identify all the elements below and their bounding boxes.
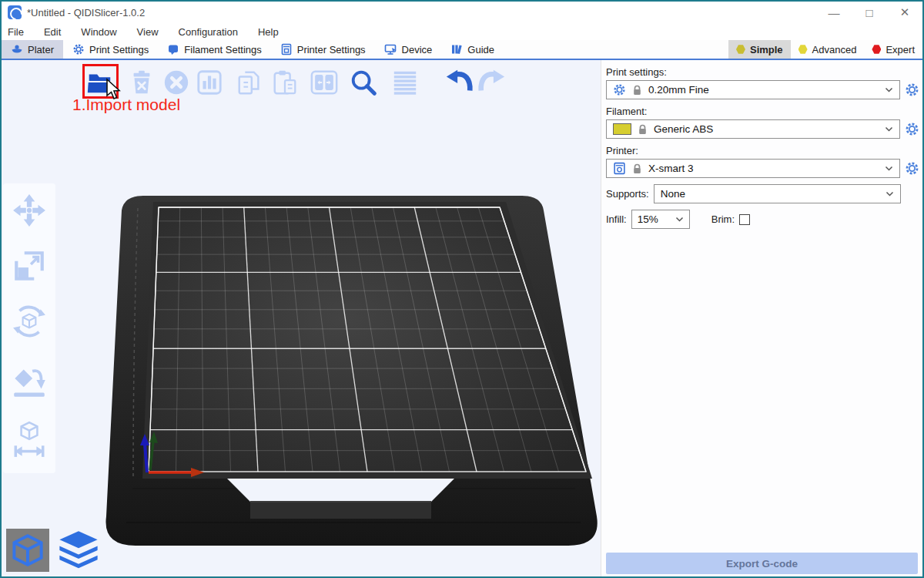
move-button[interactable]	[12, 193, 47, 231]
gear-icon	[72, 43, 85, 55]
search-icon	[349, 67, 378, 98]
print-settings-value: 0.20mm Fine	[648, 84, 709, 96]
menu-view[interactable]: View	[137, 26, 159, 38]
tab-label: Filament Settings	[184, 44, 261, 55]
view-mode-switcher	[6, 529, 100, 572]
variable-layer-height-button[interactable]	[390, 68, 420, 97]
paste-icon	[271, 69, 299, 96]
place-on-face-button[interactable]	[12, 359, 47, 404]
infill-dropdown[interactable]: 15%	[631, 210, 690, 229]
scale-icon	[12, 248, 47, 284]
preview-layers-icon	[57, 530, 100, 570]
title-bar: *Untitled - QIDISlicer-1.0.2 — □ ✕	[2, 2, 922, 23]
mode-label: Expert	[886, 44, 915, 55]
measure-icon	[12, 421, 47, 459]
rotate-button[interactable]	[12, 304, 47, 342]
print-settings-row: 0.20mm Fine	[606, 80, 919, 99]
delete-trash-icon	[128, 69, 156, 96]
export-gcode-button[interactable]: Export G-code	[606, 553, 918, 574]
lock-icon	[638, 124, 648, 135]
printer-value: X-smart 3	[648, 163, 694, 174]
tab-plater[interactable]: Plater	[2, 40, 63, 59]
maximize-button[interactable]: □	[852, 2, 887, 23]
infill-label: Infill:	[606, 213, 627, 225]
minimize-button[interactable]: —	[816, 2, 852, 23]
redo-button[interactable]	[477, 68, 507, 97]
tab-print-settings[interactable]: Print Settings	[63, 40, 158, 59]
menu-help[interactable]: Help	[258, 26, 279, 38]
lock-icon	[632, 163, 642, 174]
menu-file[interactable]: File	[8, 26, 24, 38]
mouse-cursor	[105, 78, 122, 101]
move-icon	[12, 193, 47, 228]
copy-icon	[236, 69, 263, 96]
printer-dropdown[interactable]: X-smart 3	[606, 159, 900, 178]
redo-icon	[477, 68, 507, 97]
close-button[interactable]: ✕	[887, 2, 922, 23]
copy-button[interactable]	[235, 68, 264, 97]
layer-height-icon	[391, 69, 419, 96]
delete-all-button[interactable]	[162, 68, 191, 97]
scale-button[interactable]	[12, 248, 47, 287]
tab-label: Plater	[28, 44, 54, 55]
gear-icon	[613, 83, 626, 96]
app-logo-icon	[8, 5, 22, 19]
mode-expert[interactable]: Expert	[864, 40, 922, 59]
arrange-button[interactable]	[195, 68, 224, 97]
print-bed	[2, 60, 601, 576]
filament-dropdown[interactable]: Generic ABS	[606, 119, 900, 139]
print-settings-dropdown[interactable]: 0.20mm Fine	[606, 80, 900, 99]
expert-mode-dot-icon	[872, 45, 881, 54]
window-controls: — □ ✕	[816, 2, 922, 23]
tab-printer-settings[interactable]: Printer Settings	[271, 40, 375, 59]
lock-icon	[632, 85, 642, 96]
menu-edit[interactable]: Edit	[44, 26, 61, 38]
tab-bar: Plater Print Settings Filament Settings …	[2, 40, 922, 60]
delete-all-icon	[162, 69, 190, 96]
brim-checkbox[interactable]	[739, 214, 750, 225]
advanced-mode-dot-icon	[798, 45, 808, 54]
tab-guide[interactable]: Guide	[441, 40, 504, 59]
mode-advanced[interactable]: Advanced	[791, 40, 865, 59]
edit-filament-button[interactable]	[904, 122, 919, 137]
tab-filament-settings[interactable]: Filament Settings	[158, 40, 270, 59]
menu-configuration[interactable]: Configuration	[179, 26, 238, 38]
tab-label: Printer Settings	[297, 44, 366, 55]
menu-window[interactable]: Window	[81, 26, 116, 38]
simple-mode-dot-icon	[736, 45, 745, 54]
gear-icon	[905, 82, 919, 97]
split-icon	[310, 68, 339, 97]
brim-label: Brim:	[711, 213, 735, 225]
edit-print-settings-button[interactable]	[904, 82, 919, 98]
filament-icon	[167, 43, 179, 55]
undo-button[interactable]	[444, 68, 474, 97]
settings-sidebar: Print settings: 0.20mm Fine	[601, 60, 922, 576]
delete-button[interactable]	[127, 68, 156, 97]
supports-dropdown[interactable]: None	[654, 184, 901, 203]
chevron-down-icon	[885, 87, 893, 92]
paste-button[interactable]	[270, 68, 300, 97]
mode-label: Simple	[750, 44, 783, 55]
mode-switcher: Simple Advanced Expert	[728, 40, 922, 59]
editor-view-button[interactable]	[6, 529, 49, 572]
mode-simple[interactable]: Simple	[728, 40, 791, 59]
filament-row: Generic ABS	[606, 119, 919, 139]
preview-view-button[interactable]	[57, 529, 100, 572]
measure-button[interactable]	[12, 421, 47, 462]
search-button[interactable]	[349, 68, 378, 97]
tab-device[interactable]: Device	[375, 40, 442, 59]
window-title: *Untitled - QIDISlicer-1.0.2	[27, 7, 145, 18]
gear-icon	[905, 122, 919, 136]
split-objects-button[interactable]	[310, 68, 339, 97]
gizmo-toolbar	[3, 183, 55, 473]
chevron-down-icon	[886, 191, 894, 197]
printer-icon	[280, 43, 293, 55]
menu-bar: File Edit Window View Configuration Help	[2, 23, 922, 40]
place-on-face-icon	[12, 359, 47, 401]
viewport-3d[interactable]: 1.Import model	[2, 60, 601, 576]
rotate-icon	[12, 304, 47, 339]
filament-value: Generic ABS	[654, 123, 713, 135]
tab-label: Device	[402, 44, 433, 55]
arrange-icon	[196, 69, 223, 96]
edit-printer-button[interactable]	[904, 161, 919, 176]
